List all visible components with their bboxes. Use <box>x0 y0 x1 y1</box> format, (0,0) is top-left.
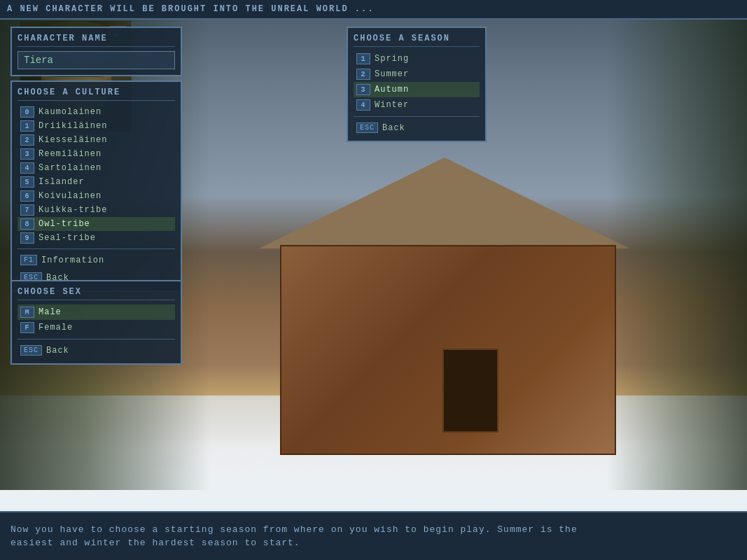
season-label-3: Autumn <box>375 85 409 94</box>
sex-back-label: Back <box>46 346 69 356</box>
culture-key-5: 5 <box>20 176 34 188</box>
sex-key-M: M <box>20 307 34 318</box>
culture-title: CHOOSE A CULTURE <box>18 88 175 101</box>
culture-key-1: 1 <box>20 120 34 132</box>
season-item-1[interactable]: 1Spring <box>354 51 480 66</box>
esc-key-sex: ESC <box>20 345 42 356</box>
culture-label-3: Reemiläinen <box>39 149 102 159</box>
season-item-2[interactable]: 2Summer <box>354 66 480 82</box>
culture-key-7: 7 <box>20 204 34 216</box>
esc-key-season: ESC <box>356 122 378 133</box>
trees-right <box>607 0 747 490</box>
culture-label-5: Islander <box>39 177 85 187</box>
f1-key: F1 <box>20 255 37 265</box>
season-title: CHOOSE A SEASON <box>354 34 480 47</box>
sex-item-F[interactable]: FFemale <box>18 320 175 335</box>
season-list: 1Spring2Summer3Autumn4Winter <box>354 51 480 113</box>
culture-item-5[interactable]: 5Islander <box>18 175 175 189</box>
season-key-2: 2 <box>356 69 370 80</box>
char-name-input[interactable] <box>18 51 175 69</box>
season-label-2: Summer <box>375 69 409 79</box>
season-key-3: 3 <box>356 84 370 95</box>
season-item-4[interactable]: 4Winter <box>354 97 480 113</box>
culture-label-8: Owl-tribe <box>39 219 90 229</box>
culture-info-row[interactable]: F1 Information <box>18 253 175 267</box>
culture-key-3: 3 <box>20 148 34 160</box>
culture-key-9: 9 <box>20 232 34 244</box>
cabin-roof <box>259 158 630 248</box>
culture-divider <box>18 248 175 249</box>
cabin-door <box>442 349 498 433</box>
culture-label-0: Kaumolainen <box>39 107 102 117</box>
season-panel: CHOOSE A SEASON 1Spring2Summer3Autumn4Wi… <box>347 27 487 142</box>
bottom-bar: Now you have to choose a starting season… <box>0 511 747 560</box>
culture-label-6: Koivulainen <box>39 191 102 201</box>
sex-label-M: Male <box>39 307 62 317</box>
culture-key-0: 0 <box>20 106 34 118</box>
char-name-panel: CHARACTER NAME <box>11 27 182 76</box>
culture-label-9: Seal-tribe <box>39 233 96 243</box>
cabin <box>245 161 665 476</box>
sex-divider <box>18 339 175 340</box>
char-name-title: CHARACTER NAME <box>18 34 175 47</box>
culture-item-3[interactable]: 3Reemiläinen <box>18 147 175 161</box>
culture-key-2: 2 <box>20 134 34 146</box>
culture-label-4: Sartolainen <box>39 163 102 173</box>
season-key-4: 4 <box>356 99 370 111</box>
sex-item-M[interactable]: MMale <box>18 304 175 320</box>
sex-list: MMaleFFemale <box>18 304 175 335</box>
top-banner: A NEW CHARACTER WILL BE BROUGHT INTO THE… <box>0 0 747 20</box>
culture-list: 0Kaumolainen1Driikiläinen2Kiesseläinen3R… <box>18 105 175 245</box>
season-divider <box>354 116 480 117</box>
season-back-row[interactable]: ESC Back <box>354 120 480 135</box>
bottom-message: Now you have to choose a starting season… <box>11 523 578 550</box>
culture-item-1[interactable]: 1Driikiläinen <box>18 119 175 133</box>
culture-panel: CHOOSE A CULTURE 0Kaumolainen1Driikiläin… <box>11 80 182 292</box>
season-label-1: Spring <box>375 54 409 64</box>
sex-back-row[interactable]: ESC Back <box>18 343 175 358</box>
culture-item-6[interactable]: 6Koivulainen <box>18 189 175 203</box>
culture-item-9[interactable]: 9Seal-tribe <box>18 231 175 245</box>
season-key-1: 1 <box>356 53 370 64</box>
culture-key-4: 4 <box>20 162 34 174</box>
culture-item-0[interactable]: 0Kaumolainen <box>18 105 175 119</box>
culture-item-7[interactable]: 7Kuikka-tribe <box>18 203 175 217</box>
sex-key-F: F <box>20 322 34 333</box>
season-item-3[interactable]: 3Autumn <box>354 82 480 97</box>
culture-label-1: Driikiläinen <box>39 121 107 131</box>
season-label-4: Winter <box>375 100 409 110</box>
culture-item-4[interactable]: 4Sartolainen <box>18 161 175 175</box>
culture-label-2: Kiesseläinen <box>39 135 107 145</box>
cabin-body <box>280 245 616 455</box>
top-banner-text: A NEW CHARACTER WILL BE BROUGHT INTO THE… <box>7 4 374 14</box>
sex-label-F: Female <box>39 323 73 332</box>
culture-item-8[interactable]: 8Owl-tribe <box>18 217 175 231</box>
culture-label-7: Kuikka-tribe <box>39 205 107 215</box>
sex-title: CHOOSE SEX <box>18 287 175 300</box>
culture-key-8: 8 <box>20 218 34 230</box>
culture-info-label: Information <box>41 255 104 265</box>
sex-panel: CHOOSE SEX MMaleFFemale ESC Back <box>11 280 182 365</box>
culture-key-6: 6 <box>20 190 34 202</box>
season-back-label: Back <box>382 123 405 133</box>
culture-item-2[interactable]: 2Kiesseläinen <box>18 133 175 147</box>
